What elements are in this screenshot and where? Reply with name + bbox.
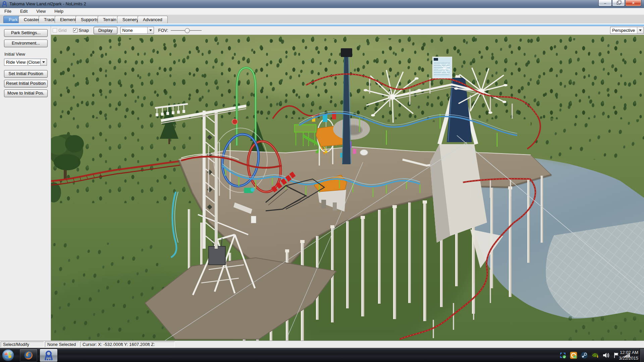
billboard-blueprint	[433, 57, 452, 78]
reset-initial-position-button[interactable]: Reset Initial Position	[4, 80, 48, 87]
recorder-app-icon[interactable]	[570, 351, 578, 359]
nolimits2-editor-window: Takoma View Land.nl2park - NoLimits 2 – …	[0, 0, 644, 362]
initial-view-label: Initial View	[4, 52, 25, 57]
fov-label: FOV:	[158, 28, 168, 33]
firefox-icon	[23, 350, 34, 360]
fov-slider-knob[interactable]	[185, 28, 190, 33]
status-mode: Select/Modify	[1, 342, 44, 347]
steam-icon[interactable]	[580, 351, 588, 359]
window-title: Takoma View Land.nl2park - NoLimits 2	[9, 0, 86, 8]
minimize-button[interactable]: –	[598, 0, 612, 6]
check-icon: ✓	[73, 28, 77, 33]
move-to-initial-pos-button[interactable]: Move to Initial Pos.	[4, 89, 48, 97]
view-mode-dropdown[interactable]: Perspective	[610, 27, 644, 34]
taskbar-clock[interactable]: 12:02 AM 3/22/2015	[619, 350, 638, 361]
park-sidebar: Park Settings... Environment... Initial …	[0, 26, 51, 341]
restore-button[interactable]	[612, 0, 625, 6]
nolimits-icon	[44, 350, 54, 360]
display-button[interactable]: Display	[94, 27, 117, 34]
close-icon: ✕	[632, 1, 635, 5]
viewport-3d-scene[interactable]	[51, 35, 644, 341]
tab-bar: Park Coaster Track Element Supports Terr…	[0, 15, 644, 23]
snap-label: Snap	[79, 28, 89, 33]
initial-view-dropdown[interactable]: Ride View (Closest	[4, 59, 47, 66]
nvidia-settings-icon[interactable]	[591, 351, 599, 359]
restore-icon	[617, 2, 620, 5]
display-mode-value: None	[121, 27, 147, 34]
taskbar-firefox-button[interactable]	[19, 349, 38, 362]
snap-checkbox[interactable]: ✓	[73, 28, 77, 33]
title-bar[interactable]: Takoma View Land.nl2park - NoLimits 2 – …	[0, 0, 644, 8]
chevron-down-icon[interactable]	[637, 27, 643, 34]
initial-view-value: Ride View (Closest	[4, 59, 40, 65]
view-mode-value: Perspective	[610, 27, 637, 34]
status-selection: None Selected	[45, 342, 79, 347]
chevron-down-icon[interactable]	[147, 27, 154, 34]
clock-time: 12:02 AM	[619, 350, 638, 355]
chevron-down-icon[interactable]	[40, 59, 47, 65]
start-button[interactable]	[2, 349, 14, 362]
app-icon	[2, 1, 7, 7]
menu-help[interactable]: Help	[50, 8, 68, 15]
menu-bar: File Edit View Help	[0, 8, 644, 15]
environment-button[interactable]: Environment...	[4, 40, 48, 47]
fov-slider[interactable]	[171, 28, 202, 33]
display-mode-dropdown[interactable]: None	[120, 27, 154, 34]
clock-date: 3/22/2015	[619, 355, 638, 361]
menu-file[interactable]: File	[0, 8, 16, 15]
active-pane-accent	[0, 23, 644, 26]
status-bar: Select/Modify None Selected Cursor: X: -…	[0, 341, 644, 348]
taskbar-nolimits-button[interactable]	[40, 349, 58, 362]
volume-icon[interactable]	[602, 351, 610, 359]
park-settings-button[interactable]: Park Settings...	[4, 29, 48, 37]
windows-taskbar: 12:02 AM 3/22/2015	[0, 348, 644, 362]
set-initial-position-button[interactable]: Set Initial Position	[4, 70, 48, 78]
show-desktop-button[interactable]	[640, 348, 644, 362]
menu-view[interactable]: View	[32, 8, 50, 15]
close-button[interactable]: ✕	[625, 0, 641, 6]
grid-checkbox[interactable]	[53, 28, 57, 33]
menu-edit[interactable]: Edit	[16, 8, 32, 15]
grid-label: Grid	[58, 28, 67, 33]
sync-status-icon[interactable]	[559, 351, 567, 359]
park-toolbar: Grid ✓ Snap Display None FOV: Perspectiv…	[51, 26, 644, 35]
minimize-icon: –	[604, 1, 606, 5]
round-pad	[333, 118, 370, 140]
red-ring-element	[232, 119, 237, 124]
tab-advanced[interactable]: Advanced	[138, 16, 168, 23]
status-cursor-coordinates: Cursor: X: -532.000ft Y: 1607.200ft Z: -…	[80, 342, 175, 347]
